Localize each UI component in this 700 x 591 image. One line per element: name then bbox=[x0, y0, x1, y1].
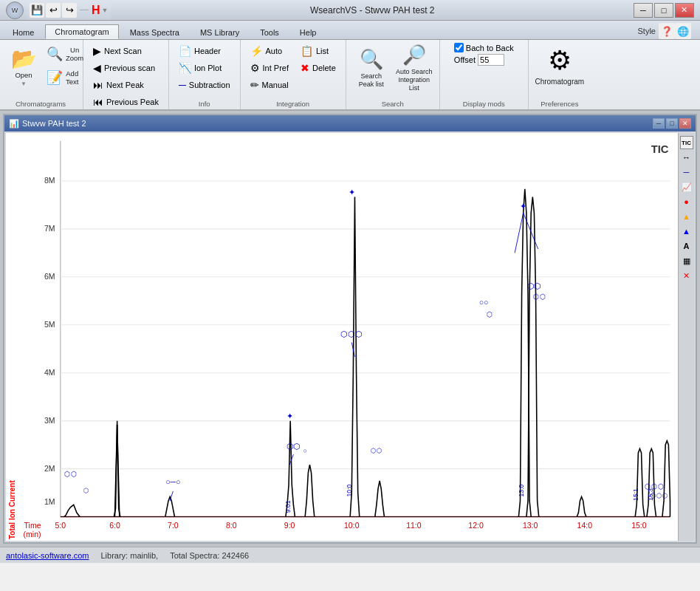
ribbon-group-info: 📄 Header 📉 Ion Plot ─ Subtraction Info bbox=[169, 40, 241, 109]
spectrum-button[interactable]: 📈 bbox=[680, 180, 693, 194]
right-sidebar: TIC ↔ ─ 📈 ● ▲ ▲ A ▦ ✕ bbox=[678, 133, 694, 541]
style-area: Style ❓ 🌐 bbox=[327, 23, 697, 39]
delete-button[interactable]: ✖ Delete bbox=[295, 60, 341, 75]
chromatogram-chart[interactable]: 8M 7M 6M 5M 4M 3M 2M 1M 5:0 6:0 7:0 8:0 … bbox=[18, 133, 678, 541]
remove-button[interactable]: ✕ bbox=[680, 269, 693, 282]
ion-plot-icon: 📉 bbox=[179, 62, 191, 74]
display-mods-label: Display mods bbox=[440, 100, 528, 108]
total-spectra-info: Total Spectra: 242466 bbox=[170, 551, 249, 560]
help-icon-btn[interactable]: ❓ bbox=[659, 23, 675, 39]
preferences-label: Preferences bbox=[529, 100, 591, 108]
auto-search-button[interactable]: 🔎 Auto SearchIntegration List bbox=[394, 43, 435, 93]
next-peak-icon: ⏭ bbox=[93, 79, 103, 91]
next-peak-button[interactable]: ⏭ Next Peak bbox=[88, 77, 164, 92]
int-pref-button[interactable]: ⚙ Int Pref bbox=[245, 60, 294, 75]
display-mods-content: Bach to Back Offset bbox=[454, 43, 514, 108]
tab-chromatogram[interactable]: Chromatogram bbox=[45, 24, 118, 39]
offset-area: Offset bbox=[454, 54, 514, 66]
svg-text:6M: 6M bbox=[44, 272, 55, 281]
library-info: Library: mainlib, bbox=[101, 551, 159, 560]
inner-window-icon: 📊 bbox=[9, 119, 19, 129]
nav-group-content: ▶ Next Scan ◀ Previous scan ⏭ Next Peak … bbox=[88, 43, 164, 130]
settings-globe-btn[interactable]: 🌐 bbox=[675, 23, 691, 39]
nav-group-label bbox=[83, 100, 168, 108]
chromatogram-icon: ⚙ bbox=[548, 45, 572, 76]
subtraction-button[interactable]: ─ Subtraction bbox=[174, 77, 236, 92]
tab-mass-spectra[interactable]: Mass Spectra bbox=[120, 25, 189, 39]
svg-text:⬡⬡: ⬡⬡ bbox=[286, 441, 301, 450]
prev-scan-button[interactable]: ◀ Previous scan bbox=[88, 60, 164, 75]
maximize-button[interactable]: □ bbox=[654, 3, 673, 18]
inner-window: 📊 Stwvw PAH test 2 ─ □ ✕ Total Ion Curre… bbox=[3, 114, 697, 544]
info-buttons-col: 📄 Header 📉 Ion Plot ─ Subtraction bbox=[174, 43, 236, 103]
website-link[interactable]: antolasic-software.com bbox=[6, 551, 89, 560]
app-title: WsearchVS - Stwvw PAH test 2 bbox=[310, 5, 435, 16]
close-button[interactable]: ✕ bbox=[675, 3, 694, 18]
int-pref-icon: ⚙ bbox=[250, 62, 260, 74]
undo-btn[interactable]: ↩ bbox=[46, 3, 61, 18]
blue-mark-button[interactable]: ▲ bbox=[680, 225, 693, 238]
auto-button[interactable]: ⚡ Auto bbox=[245, 43, 294, 58]
svg-text:✦: ✦ bbox=[286, 411, 293, 420]
auto-icon: ⚡ bbox=[250, 45, 263, 57]
list-button[interactable]: 📋 List bbox=[295, 43, 341, 58]
inner-minimize-btn[interactable]: ─ bbox=[653, 118, 665, 129]
red-mark-button[interactable]: ● bbox=[680, 195, 693, 208]
chromatogram-button[interactable]: ⚙ Chromatogram bbox=[533, 43, 586, 93]
svg-text:1M: 1M bbox=[44, 497, 55, 506]
auto-search-icon: 🔎 bbox=[402, 44, 426, 66]
tab-help[interactable]: Help bbox=[290, 25, 326, 39]
chrom-btn-area: ⚙ Chromatogram bbox=[533, 43, 586, 103]
nav-buttons-col: ▶ Next Scan ◀ Previous scan ⏭ Next Peak … bbox=[88, 43, 164, 120]
delete-icon: ✖ bbox=[301, 62, 309, 74]
manual-icon: ✏ bbox=[250, 79, 259, 91]
tab-home[interactable]: Home bbox=[3, 25, 44, 39]
inner-title-buttons: ─ □ ✕ bbox=[653, 118, 691, 129]
ion-plot-button[interactable]: 📉 Ion Plot bbox=[174, 60, 236, 75]
svg-text:○: ○ bbox=[303, 447, 307, 454]
y-axis-label: Total Ion Current bbox=[6, 133, 18, 541]
inner-restore-btn[interactable]: □ bbox=[666, 118, 678, 129]
open-button[interactable]: 📂 Open ▼ bbox=[4, 43, 43, 93]
search-group-content: 🔍 SearchPeak list 🔎 Auto SearchIntegrati… bbox=[351, 43, 435, 108]
header-button[interactable]: 📄 Header bbox=[174, 43, 236, 58]
redo-btn[interactable]: ↪ bbox=[62, 3, 77, 18]
prev-scan-icon: ◀ bbox=[93, 62, 101, 74]
text-button[interactable]: A bbox=[680, 239, 693, 253]
open-icon: 📂 bbox=[11, 49, 37, 69]
baseline-button[interactable]: ─ bbox=[680, 165, 693, 179]
minimize-button[interactable]: ─ bbox=[634, 3, 653, 18]
header-icon: 📄 bbox=[179, 45, 191, 57]
svg-text:9:01: 9:01 bbox=[284, 500, 292, 513]
ribbon-tabs: Home Chromatogram Mass Spectra MS Librar… bbox=[0, 21, 700, 40]
ribbon-group-open: 📂 Open ▼ 🔍 Un Zoom 📝 Add Text Chromatogr… bbox=[0, 40, 83, 109]
add-text-icon: 📝 bbox=[47, 71, 63, 84]
manual-button[interactable]: ✏ Manual bbox=[245, 77, 294, 92]
chart-container: Total Ion Current 8M bbox=[6, 133, 694, 541]
offset-input[interactable] bbox=[478, 54, 504, 66]
search-peak-icon: 🔍 bbox=[360, 48, 383, 71]
add-text-button[interactable]: 📝 Add Text bbox=[44, 66, 77, 89]
app-logo: W bbox=[6, 1, 24, 19]
back-to-back-checkbox[interactable]: Bach to Back bbox=[454, 43, 514, 52]
tab-ms-library[interactable]: MS Library bbox=[191, 25, 249, 39]
chart-inner[interactable]: 8M 7M 6M 5M 4M 3M 2M 1M 5:0 6:0 7:0 8:0 … bbox=[18, 133, 678, 541]
svg-text:12:0: 12:0 bbox=[468, 521, 484, 530]
tic-button[interactable]: TIC bbox=[680, 136, 693, 149]
svg-text:⬡⬡: ⬡⬡ bbox=[64, 470, 78, 478]
ribbon-group-nav: ▶ Next Scan ◀ Previous scan ⏭ Next Peak … bbox=[83, 40, 169, 109]
h-icon: H bbox=[92, 4, 100, 17]
zoom-fit-button[interactable]: ↔ bbox=[680, 151, 693, 164]
orange-mark-button[interactable]: ▲ bbox=[680, 210, 693, 223]
save-btn[interactable]: 💾 bbox=[30, 3, 44, 18]
svg-text:6:0: 6:0 bbox=[109, 521, 120, 530]
svg-text:8M: 8M bbox=[44, 176, 55, 185]
un-zoom-button[interactable]: 🔍 Un Zoom bbox=[44, 43, 77, 65]
bar-chart-button[interactable]: ▦ bbox=[680, 254, 693, 267]
search-peak-button[interactable]: 🔍 SearchPeak list bbox=[351, 43, 392, 93]
svg-text:TIC: TIC bbox=[651, 143, 669, 155]
inner-close-btn[interactable]: ✕ bbox=[679, 118, 691, 129]
next-scan-button[interactable]: ▶ Next Scan bbox=[88, 43, 164, 58]
ribbon-group-display-mods: Bach to Back Offset Display mods bbox=[440, 40, 529, 109]
tab-tools[interactable]: Tools bbox=[250, 25, 289, 39]
